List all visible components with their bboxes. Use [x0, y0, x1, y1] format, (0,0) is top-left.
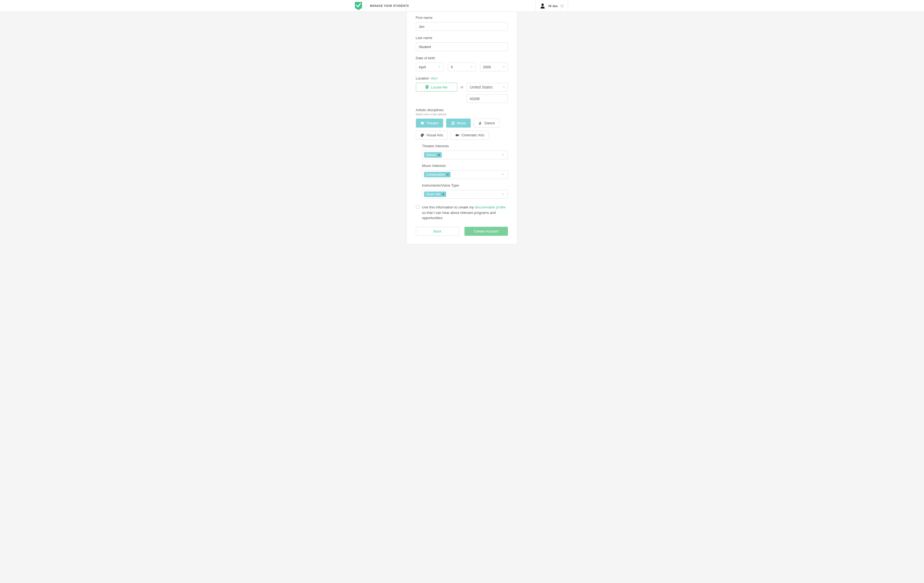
- chevron-down-icon: [438, 66, 441, 68]
- theatre-icon: [421, 121, 424, 125]
- chip-theatre[interactable]: Theatre: [416, 119, 444, 127]
- disciplines-hint: Select one or two options.: [416, 113, 508, 116]
- country-select[interactable]: [467, 83, 508, 91]
- location-why-link[interactable]: Why?: [431, 77, 438, 80]
- pin-icon: [426, 85, 429, 89]
- music-icon: [451, 121, 455, 125]
- tag-remove-icon[interactable]: ✕: [442, 193, 444, 196]
- nav-manage-students[interactable]: MANAGE YOUR STUDENTS: [366, 0, 413, 12]
- dob-month-select[interactable]: [416, 63, 444, 71]
- chevron-down-icon: [502, 154, 504, 156]
- tag-music-composition: Composition ✕: [424, 172, 451, 177]
- theatre-interests-label: Theatre Interests: [422, 144, 508, 148]
- locate-me-button[interactable]: Locate Me: [416, 83, 457, 91]
- music-interests-label: Music Interests: [422, 164, 508, 168]
- theatre-interests-select[interactable]: Dance ✕: [422, 150, 508, 159]
- discoverable-checkbox[interactable]: [416, 205, 419, 209]
- instruments-label: Instruments/Voice Type: [422, 183, 508, 187]
- chip-cinematic-arts[interactable]: Cinematic Arts: [451, 130, 489, 140]
- form-card: First name Last name Date of birth: [406, 12, 517, 244]
- chevron-down-icon: [470, 66, 473, 68]
- dob-day-select[interactable]: [448, 63, 476, 71]
- tag-remove-icon[interactable]: ✕: [446, 173, 449, 176]
- postal-code-input[interactable]: [467, 94, 508, 103]
- chevron-down-icon: [502, 87, 505, 88]
- chevron-down-icon: [560, 4, 564, 8]
- last-name-input[interactable]: [416, 42, 508, 51]
- tag-instrument-drumset: Drum Set ✕: [424, 192, 446, 197]
- visual-arts-icon: [421, 133, 424, 137]
- chevron-down-icon: [502, 174, 504, 175]
- first-name-input[interactable]: [416, 22, 508, 31]
- tag-remove-icon[interactable]: ✕: [438, 154, 440, 157]
- logo-icon: [355, 2, 362, 10]
- discoverable-profile-link[interactable]: discoverable profile: [475, 205, 505, 209]
- top-bar: MANAGE YOUR STUDENTS Hi Jon: [0, 0, 924, 12]
- user-greeting: Hi Jon: [548, 4, 558, 8]
- nav-label: MANAGE YOUR STUDENTS: [370, 4, 409, 7]
- user-menu[interactable]: Hi Jon: [536, 0, 568, 12]
- logo[interactable]: [355, 0, 362, 12]
- tag-theatre-dance: Dance ✕: [424, 152, 442, 158]
- dob-year-select[interactable]: [480, 63, 508, 71]
- chip-visual-arts[interactable]: Visual Arts: [416, 130, 448, 140]
- create-account-button[interactable]: Create Account: [464, 227, 508, 236]
- disciplines-label: Artistic disciplines: [416, 108, 508, 112]
- back-button[interactable]: Back: [416, 227, 459, 236]
- music-interests-select[interactable]: Composition ✕: [422, 170, 508, 179]
- dance-icon: [478, 121, 482, 125]
- consent-text: Use this information to create my discov…: [422, 205, 508, 221]
- chip-music[interactable]: Music: [446, 119, 471, 127]
- first-name-label: First name: [416, 16, 508, 20]
- or-text: or: [460, 85, 464, 89]
- avatar-icon: [540, 3, 546, 9]
- chevron-down-icon: [502, 66, 505, 68]
- last-name-label: Last name: [416, 36, 508, 40]
- dob-label: Date of birth: [416, 56, 508, 60]
- cinematic-arts-icon: [455, 133, 459, 137]
- location-label: Location Why?: [416, 76, 508, 80]
- chevron-down-icon: [502, 194, 504, 195]
- instruments-select[interactable]: Drum Set ✕: [422, 190, 508, 198]
- chip-dance[interactable]: Dance: [474, 119, 500, 127]
